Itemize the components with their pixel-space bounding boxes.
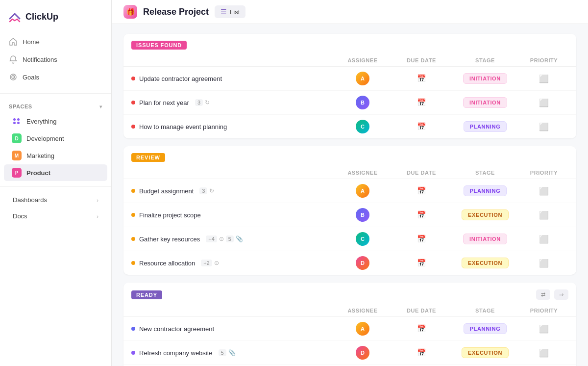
nav-dashboards[interactable]: Dashboards › [4, 192, 107, 208]
space-marketing[interactable]: M Marketing [4, 147, 107, 164]
assignee-cell: A [333, 184, 392, 198]
calendar-icon[interactable]: 📅 [417, 259, 426, 267]
nav-notifications-label: Notifications [23, 56, 57, 63]
app-name: ClickUp [25, 12, 58, 22]
task-extras: +2 ⊙ [201, 260, 219, 266]
link-icon: ⊙ [219, 235, 224, 242]
link-icon: ⊙ [214, 260, 219, 266]
table-row: Resource allocation +2 ⊙ D 📅 EXECUTION ⬜ [123, 251, 576, 275]
date-cell: 📅 [392, 98, 451, 107]
col-priority-2: PRIORITY [519, 308, 568, 314]
col-task-name [131, 57, 333, 63]
task-name: Finalize project scope [131, 211, 333, 219]
everything-icon [12, 116, 22, 126]
task-label[interactable]: Budget assignment [139, 187, 194, 195]
task-label[interactable]: New contractor agreement [139, 325, 214, 333]
space-development-label: Development [26, 135, 64, 142]
col-stage-1: STAGE [451, 170, 519, 176]
task-name: Refresh company website 5 📎 [131, 349, 333, 357]
priority-icon[interactable]: ⬜ [539, 348, 549, 358]
table-row: Finalize project scope B 📅 EXECUTION ⬜ [123, 203, 576, 227]
col-priority-1: PRIORITY [519, 170, 568, 176]
priority-icon[interactable]: ⬜ [539, 259, 549, 268]
avatar: D [356, 346, 369, 360]
priority-icon[interactable]: ⬜ [539, 210, 549, 220]
task-label[interactable]: Plan for next year [139, 99, 189, 106]
nav-goals-label: Goals [23, 74, 39, 81]
ready-section: READY ⇄ ⇒ ASSIGNEE DUE DATE STAGE PRIORI… [123, 283, 576, 366]
spaces-header[interactable]: Spaces ▾ [0, 99, 111, 112]
project-icon: 🎁 [123, 5, 137, 19]
task-label[interactable]: Resource allocation [139, 260, 195, 267]
calendar-icon[interactable]: 📅 [417, 186, 426, 195]
refresh-icon: ↻ [209, 187, 214, 194]
docs-label: Docs [13, 212, 27, 220]
task-name: New contractor agreement [131, 325, 333, 333]
task-label[interactable]: Gather key resources [139, 235, 200, 243]
main-nav: Home Notifications Goals [0, 31, 111, 88]
toolbar-btn-1[interactable]: ⇄ [536, 289, 550, 300]
attachment-count: 5 [219, 349, 226, 356]
priority-cell: ⬜ [519, 259, 568, 268]
priority-icon[interactable]: ⬜ [539, 74, 549, 83]
priority-cell: ⬜ [519, 98, 568, 107]
task-label[interactable]: Update contractor agreement [139, 75, 222, 82]
priority-icon[interactable]: ⬜ [539, 98, 549, 107]
col-assignee-2: ASSIGNEE [333, 308, 392, 314]
ready-toolbar: ⇄ ⇒ [536, 289, 568, 300]
goals-icon [9, 73, 18, 81]
task-dot-red [131, 101, 135, 105]
review-badge: REVIEW [131, 153, 165, 162]
stage-badge: EXECUTION [462, 347, 509, 358]
priority-icon[interactable]: ⬜ [539, 122, 549, 131]
col-assignee-0: ASSIGNEE [333, 57, 392, 63]
app-logo[interactable]: ClickUp [0, 6, 111, 31]
col-duedate-2: DUE DATE [392, 308, 451, 314]
calendar-icon[interactable]: 📅 [417, 74, 426, 83]
task-label[interactable]: Refresh company website [139, 349, 213, 357]
calendar-icon[interactable]: 📅 [417, 324, 426, 333]
col-stage-2: STAGE [451, 308, 519, 314]
calendar-icon[interactable]: 📅 [417, 348, 426, 357]
review-header: REVIEW [123, 146, 576, 167]
table-row: Gather key resources +4 ⊙ 5 📎 C 📅 INITIA… [123, 227, 576, 251]
sidebar: ClickUp Home Notifications Goals Spaces … [0, 0, 112, 366]
task-extras: 3 ↻ [199, 187, 214, 194]
task-label[interactable]: Finalize project scope [139, 211, 201, 219]
task-label[interactable]: How to manage event planning [139, 123, 227, 131]
stage-cell: EXECUTION [451, 209, 519, 220]
priority-icon[interactable]: ⬜ [539, 186, 549, 196]
space-development[interactable]: D Development [4, 130, 107, 147]
task-dot-blue [131, 327, 135, 331]
date-cell: 📅 [392, 235, 451, 243]
date-cell: 📅 [392, 324, 451, 333]
table-row: Budget assignment 3 ↻ A 📅 PLANNING ⬜ [123, 179, 576, 203]
avatar: C [356, 120, 369, 133]
calendar-icon[interactable]: 📅 [417, 235, 426, 243]
calendar-icon[interactable]: 📅 [417, 122, 426, 131]
toolbar-btn-2[interactable]: ⇒ [554, 289, 568, 300]
nav-goals[interactable]: Goals [4, 69, 107, 85]
stage-badge: EXECUTION [462, 258, 509, 268]
priority-icon[interactable]: ⬜ [539, 235, 549, 244]
nav-home[interactable]: Home [4, 33, 107, 50]
avatar: D [356, 256, 369, 270]
col-priority-0: PRIORITY [519, 57, 568, 63]
paperclip-icon: 📎 [228, 349, 236, 356]
task-extras: 5 📎 [219, 349, 236, 356]
stage-badge: PLANNING [464, 323, 507, 334]
space-product[interactable]: P Product [4, 164, 107, 181]
stage-badge: INITIATION [463, 234, 507, 244]
priority-icon[interactable]: ⬜ [539, 324, 549, 334]
subtask-count: 3 [195, 99, 203, 106]
calendar-icon[interactable]: 📅 [417, 98, 426, 107]
calendar-icon[interactable]: 📅 [417, 210, 426, 219]
table-row: New contractor agreement A 📅 PLANNING ⬜ [123, 317, 576, 341]
task-dot-yellow [131, 261, 135, 265]
paperclip-icon: 📎 [236, 235, 243, 242]
space-everything[interactable]: Everything [4, 113, 107, 130]
spaces-list: Everything D Development M Marketing P P… [0, 112, 111, 182]
nav-docs[interactable]: Docs › [4, 209, 107, 224]
list-view-tab[interactable]: ☰ List [215, 5, 245, 18]
nav-notifications[interactable]: Notifications [4, 51, 107, 68]
